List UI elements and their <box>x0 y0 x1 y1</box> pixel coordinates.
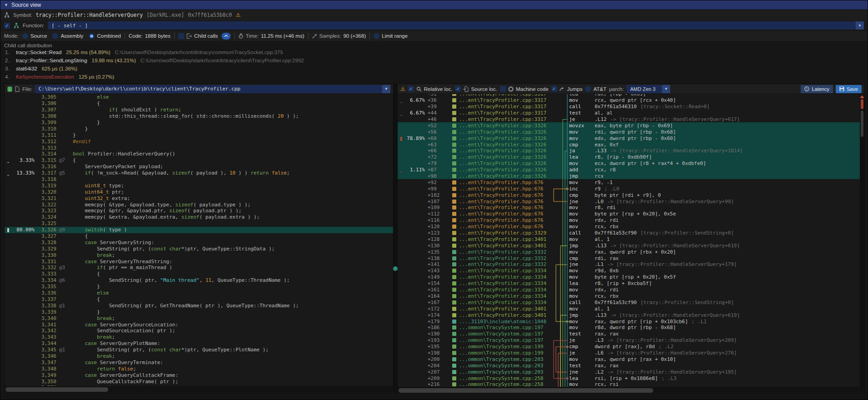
source-line[interactable]: 3,325 <box>5 220 393 227</box>
asm-row[interactable]: 78.89%+60...ent\TracyProfiler.cpp:3326mo… <box>398 135 860 141</box>
asm-source-loc[interactable]: ....31103\include\atomic:1048 <box>459 319 550 325</box>
source-line[interactable]: 3,339 } <box>5 309 393 315</box>
toggle-machine-code[interactable]: Machine code <box>500 86 549 92</box>
asm-row[interactable]: +72...ent\TracyProfiler.cpp:3326lear8, [… <box>398 154 860 160</box>
asm-source-loc[interactable]: ...ent\TracyProfiler.cpp:3401 <box>459 236 550 242</box>
asm-source-loc[interactable]: ...ommon\TracySystem.cpp:203 <box>459 356 550 362</box>
source-line[interactable]: 3,306 { <box>5 100 393 107</box>
asm-source-loc[interactable]: ...ent\TracyProfiler.hpp:676 <box>459 211 550 217</box>
asm-row[interactable]: +135...ent\TracyProfiler.cpp:3332movrax,… <box>398 249 860 255</box>
asm-row[interactable]: +198...ommon\TracySystem.cpp:199je.L6-> … <box>398 350 860 356</box>
asm-source-loc[interactable]: ...ent\TracyProfiler.cpp:3401 <box>459 243 550 249</box>
source-line[interactable]: 3,348 return false; <box>5 365 393 372</box>
asm-row[interactable]: +92...ent\TracyProfiler.hpp:676movr9, -1 <box>398 179 860 185</box>
source-line[interactable]: 3,344 case ServerQueryPlotName: <box>5 340 393 347</box>
asm-row[interactable]: +172...ent\TracyProfiler.cpp:3401moval, … <box>398 305 860 312</box>
asm-row[interactable]: +149...ent\TracyProfiler.cpp:3334movbyte… <box>398 274 860 280</box>
pane-splitter[interactable] <box>394 84 397 394</box>
asm-row[interactable]: +143...ent\TracyProfiler.cpp:3334movr9d,… <box>398 268 860 274</box>
asm-source-loc[interactable]: ...ommon\TracySystem.cpp:199 <box>459 350 550 356</box>
asm-row[interactable]: +195...ommon\TracySystem.cpp:199cmpdword… <box>398 344 860 350</box>
source-line[interactable]: 80.00%3,326@9 switch( type ) <box>5 227 393 233</box>
asm-source-loc[interactable]: ...ommon\TracySystem.cpp:197 <box>459 331 550 337</box>
child-call-item[interactable]: 2.tracy::Profiler::SendLongString19.88 m… <box>0 58 868 66</box>
asm-source-loc[interactable]: ...ent\TracyProfiler.cpp:3334 <box>459 280 550 286</box>
source-line[interactable]: 3,334@6 SendString( ptr, "Main thread", … <box>5 277 393 284</box>
asm-row[interactable]: 6.67%+36...ent\TracyProfiler.cpp:3317mov… <box>398 97 860 104</box>
asm-row[interactable]: 1.11%+87...ent\TracyProfiler.cpp:3326add… <box>398 167 860 173</box>
asm-source-loc[interactable]: ...ent\TracyProfiler.cpp:3326 <box>459 154 550 160</box>
collapse-child-calls-button[interactable] <box>222 33 231 40</box>
source-line[interactable]: 3,318 <box>5 176 393 183</box>
source-line[interactable]: 3,349 case ServerQueryCallstackFrame: <box>5 372 393 378</box>
asm-row[interactable]: +161...ent\TracyProfiler.cpp:3334movrdx,… <box>398 287 860 293</box>
source-code-view[interactable]: 3,305 else3,306 {3,307 if( shouldExit ) … <box>5 94 393 386</box>
asm-row[interactable]: +63...ent\TracyProfiler.cpp:3326cmpeax, … <box>398 141 860 148</box>
source-line[interactable]: 3,341 case ServerQuerySourceLocation: <box>5 321 393 328</box>
asm-row[interactable]: +102...ent\TracyProfiler.hpp:676cmpbyte … <box>398 192 860 198</box>
source-line[interactable]: 3,331 case ServerQueryThreadString: <box>5 258 393 265</box>
source-line[interactable]: 3,336 else <box>5 290 393 296</box>
asm-row[interactable]: +112...ent\TracyProfiler.hpp:676movbyte … <box>398 211 860 217</box>
source-line[interactable]: 3,328 case ServerQueryString: <box>5 239 393 245</box>
chevron-down-icon[interactable]: ▼ <box>662 85 670 93</box>
uarch-combo[interactable]: AMD Zen 3 ▼ <box>626 85 670 93</box>
asm-source-loc[interactable]: ...ent\TracyProfiler.cpp:3401 <box>459 312 550 318</box>
mode-option-combined[interactable]: Combined <box>89 33 121 39</box>
asm-row[interactable]: +200...ommon\TracySystem.cpp:203movrax, … <box>398 356 860 362</box>
assembly-vscrollbar[interactable] <box>860 94 864 387</box>
asm-source-loc[interactable]: ...ent\TracyProfiler.cpp:3334 <box>459 287 550 293</box>
source-line[interactable]: 3,347 case ServerQueryTerminate: <box>5 359 393 365</box>
asm-source-loc[interactable]: ...ommon\TracySystem.cpp:258 <box>459 381 550 387</box>
asm-source-loc[interactable]: ...ent\TracyProfiler.hpp:676 <box>459 186 550 192</box>
asm-row[interactable]: +46...ent\TracyProfiler.cpp:3317je.L12->… <box>398 116 860 123</box>
asm-row[interactable]: +116...ent\TracyProfiler.hpp:676movrdx, … <box>398 217 860 224</box>
source-line[interactable]: 3,321 uint32_t extra; <box>5 195 393 201</box>
asm-source-loc[interactable]: ...ent\TracyProfiler.cpp:3332 <box>459 249 550 255</box>
source-line[interactable]: 3,319 uint8_t type; <box>5 182 393 189</box>
chevron-down-icon[interactable]: ▼ <box>856 21 864 30</box>
asm-row[interactable]: +31...ent\TracyProfiler.cpp:3317learax, … <box>398 94 860 97</box>
asm-source-loc[interactable]: ...ent\TracyProfiler.cpp:3326 <box>459 129 550 135</box>
child-call-item[interactable]: 3.stat64i32625 μs (1.36%) <box>0 66 868 74</box>
limit-range-toggle[interactable]: Limit range <box>373 33 408 39</box>
asm-row[interactable]: +179....31103\include\atomic:1048movrax,… <box>398 318 860 325</box>
asm-source-loc[interactable]: ...ent\TracyProfiler.hpp:676 <box>459 224 550 230</box>
asm-row[interactable]: +120...ent\TracyProfiler.hpp:676movrcx, … <box>398 224 860 230</box>
source-line[interactable]: 3,327 { <box>5 233 393 240</box>
asm-source-loc[interactable]: ...ent\TracyProfiler.hpp:676 <box>459 180 550 185</box>
function-combo[interactable]: [ - self - ] ▼ <box>48 21 864 30</box>
source-line[interactable]: 3,305 else <box>5 94 393 100</box>
asm-source-loc[interactable]: ...ommon\TracySystem.cpp:258 <box>459 375 550 381</box>
asm-source-loc[interactable]: ...ommon\TracySystem.cpp:203 <box>459 369 550 375</box>
save-button[interactable]: Save <box>836 85 862 93</box>
asm-row[interactable]: +107...ent\TracyProfiler.hpp:676jne.L0->… <box>398 198 860 205</box>
child-calls-toggle[interactable]: Child calls <box>178 33 218 39</box>
asm-source-loc[interactable]: ...ent\TracyProfiler.cpp:3332 <box>459 255 550 261</box>
asm-source-loc[interactable]: ...ent\TracyProfiler.cpp:3317 <box>459 116 550 122</box>
source-hscrollbar[interactable] <box>5 386 393 393</box>
source-line[interactable]: 3,323 memcpy( &ptr, &payload.ptr, sizeof… <box>5 208 393 214</box>
source-line[interactable]: 3,314bool Profiler::HandleServerQuery() <box>5 151 393 157</box>
asm-source-loc[interactable]: ...ent\TracyProfiler.cpp:3326 <box>459 142 550 148</box>
asm-row[interactable]: +90...ent\TracyProfiler.cpp:3326jmprcx <box>398 173 860 180</box>
hscroll-thumb[interactable] <box>5 387 108 392</box>
asm-row[interactable]: +128...ent\TracyProfiler.cpp:3401moval, … <box>398 236 860 242</box>
asm-row[interactable]: +167...ent\TracyProfiler.cpp:3334call0x7… <box>398 299 860 305</box>
vscroll-thumb[interactable] <box>861 110 863 137</box>
asm-source-loc[interactable]: ...ent\TracyProfiler.cpp:3334 <box>459 293 550 299</box>
asm-source-loc[interactable]: ...ent\TracyProfiler.cpp:3317 <box>459 104 550 110</box>
source-line[interactable]: 3,316 ServerQueryPacket payload; <box>5 164 393 170</box>
assembly-view[interactable]: +31...ent\TracyProfiler.cpp:3317learax, … <box>398 94 860 387</box>
asm-row[interactable]: +123...ent\TracyProfiler.cpp:3329call0x7… <box>398 230 860 236</box>
source-line[interactable]: 3,324 memcpy( &extra, &payload.extra, si… <box>5 214 393 220</box>
asm-row[interactable]: +130...ent\TracyProfiler.cpp:3401jmp.L13… <box>398 242 860 249</box>
asm-source-loc[interactable]: ...ent\TracyProfiler.cpp:3326 <box>459 148 550 154</box>
asm-source-loc[interactable]: ...ent\TracyProfiler.cpp:3326 <box>459 167 550 173</box>
latency-button[interactable]: Latency <box>801 85 833 93</box>
source-line[interactable]: 3,337 { <box>5 296 393 303</box>
mode-option-source[interactable]: Source <box>22 33 47 39</box>
toggle-att-syntax[interactable]: AT&T <box>585 86 606 92</box>
asm-source-loc[interactable]: ...ommon\TracySystem.cpp:203 <box>459 363 550 369</box>
source-line[interactable]: 3,330 break; <box>5 252 393 258</box>
